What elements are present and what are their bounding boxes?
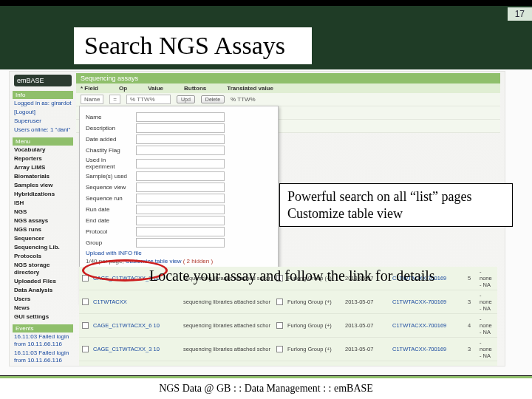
popup-field-label: Sequence view [86,184,130,191]
sidebar-item[interactable]: 16.11:24 Failed login from 10.11.72.71 [13,365,73,366]
popup-field-label: Date added [86,136,130,143]
popup-field-label: Name [86,114,130,120]
popup-field-input[interactable] [136,205,225,214]
popup-field-label: End date [86,217,130,224]
filter-row-1: Name = % TTW% Upd Delete % TTW% [76,93,500,106]
sidebar-item[interactable]: 16.11:03 Failed login from 10.11.66.116 [13,332,73,349]
hdr-trans: Translated value [227,85,273,92]
sidebar-item[interactable]: 16.11:03 Failed login from 10.11.66.116 [13,349,73,365]
sidebar-item[interactable]: Samples view [13,181,73,190]
table-row[interactable]: CAGE_C1TWTACXX_2 10sequencing libraries … [79,361,497,366]
callout1-line1: Powerful search on all “list” pages [287,188,505,205]
popup-field-input[interactable] [136,227,225,236]
sidebar-item[interactable]: Biomaterials [13,172,73,181]
callout-box-1: Powerful search on all “list” pages Cust… [279,183,513,227]
sidebar-item[interactable]: Array LIMS [13,163,73,172]
top-black-bar [0,0,532,6]
page-number: 17 [508,7,532,21]
popup-field-label: Used in experiment [86,157,130,170]
wiki-checkbox[interactable] [276,299,283,305]
callout1-line2: Customize table view [287,205,505,222]
sidebar-item[interactable]: NGS [13,208,73,216]
popup-field-input[interactable] [136,183,225,192]
hdr-field: * Field [81,85,98,92]
sidebar-head-events: Events [13,324,73,332]
hidden-count: ( 2 hidden ) [183,258,213,265]
sidebar-item[interactable]: [Logout] [13,108,73,117]
op-select-1[interactable]: = [109,95,120,104]
footer-divider-green [0,376,532,378]
table-row[interactable]: CAGE_C1TWTACXX_3 10sequencing libraries … [79,338,497,361]
assay-link[interactable]: C1TWTACXX [93,299,179,305]
footer-text: NGS Data @ GB : : Data Management : : em… [0,383,532,395]
app-logo: emBASE [14,75,72,86]
popup-field-input[interactable] [136,171,225,181]
filter-headers: * Field Op Value Buttons Translated valu… [76,83,500,93]
delete-button-1[interactable]: Delete [201,95,225,103]
assay-link[interactable]: CAGE_C1TWTACXX_6 10 [93,322,179,329]
sidebar-item[interactable]: Data Analysis [13,286,73,295]
sidebar-item[interactable]: Vocabulary [13,146,73,154]
sidebar-item[interactable]: Sequencer [13,234,73,243]
hdr-op: Op [119,85,127,92]
value-input-1[interactable]: % TTW% [126,95,171,104]
sidebar-item[interactable]: NGS runs [13,225,73,234]
popup-field-label: Protocol [86,228,130,235]
hdr-buttons: Buttons [184,85,206,92]
sidebar-head-info: Info [13,91,73,99]
sidebar-item[interactable]: Users [13,295,73,304]
title-band: Search NGS Assays [0,22,532,69]
popup-field-label: Sample(s) used [86,173,130,180]
field-select-1[interactable]: Name [81,95,103,104]
popup-field-label: Description [86,125,130,132]
sidebar-item[interactable]: Hybridizations [13,190,73,199]
sidebar-item[interactable]: Reporters [13,154,73,163]
popup-field-input[interactable] [136,238,225,248]
popup-field-input[interactable] [136,112,225,122]
sidebar-item[interactable]: Logged in as: girardot [13,99,73,108]
sidebar-item[interactable]: Sequencing Lib. [13,243,73,252]
content-area: emBASE Info Logged in as: girardot[Logou… [0,69,532,377]
panel-title: Sequencing assays [81,75,138,82]
row-checkbox[interactable] [82,346,89,352]
page-number-band: 17 [0,6,532,22]
sidebar-item[interactable]: NGS assays [13,216,73,225]
popup-field-label: Chastity Flag [86,147,130,154]
popup-field-input[interactable] [136,146,225,155]
sidebar-item[interactable]: NGS storage directory [13,261,73,277]
popup-field-label: Sequence run [86,195,130,202]
popup-field-label: Group [86,239,130,246]
hdr-value: Value [148,85,163,92]
sidebar-item[interactable]: ISH [13,199,73,208]
callout-text-2: Locate your assay and follow the link fo… [149,267,435,284]
trans-value-1: % TTW% [231,96,256,103]
table-row[interactable]: CAGE_C1TWTACXX_6 10sequencing libraries … [79,314,497,338]
popup-field-input[interactable] [136,134,225,144]
row-checkbox[interactable] [82,299,89,305]
popup-field-input[interactable] [136,123,225,133]
sidebar: Info Logged in as: girardot[Logout]Super… [13,88,73,366]
popup-field-label: Run date [86,206,130,213]
sidebar-item[interactable]: Protocols [13,252,73,261]
sidebar-item[interactable]: News [13,304,73,313]
row-checkbox[interactable] [82,322,89,329]
popup-field-input[interactable] [136,194,225,203]
panel-header: Sequencing assays [76,73,500,83]
wiki-checkbox[interactable] [276,322,283,329]
sidebar-item[interactable]: Superuser [13,117,73,126]
sidebar-item[interactable]: GUI settings [13,313,73,321]
table-row[interactable]: C1TWTACXXsequencing libraries attached s… [79,290,497,314]
sidebar-head-menu: Menu [13,137,73,146]
popup-field-input[interactable] [136,159,225,168]
assay-link[interactable]: CAGE_C1TWTACXX_3 10 [93,346,179,352]
upd-button-1[interactable]: Upd [177,95,195,103]
upload-info-link[interactable]: Upload with INFO file [86,250,272,256]
popup-field-input[interactable] [136,216,225,225]
sidebar-item[interactable]: Users online: 1 "dani" [13,126,73,134]
wiki-checkbox[interactable] [276,346,283,352]
sidebar-item[interactable]: Uploaded Files [13,277,73,286]
slide-title: Search NGS Assays [74,27,312,64]
